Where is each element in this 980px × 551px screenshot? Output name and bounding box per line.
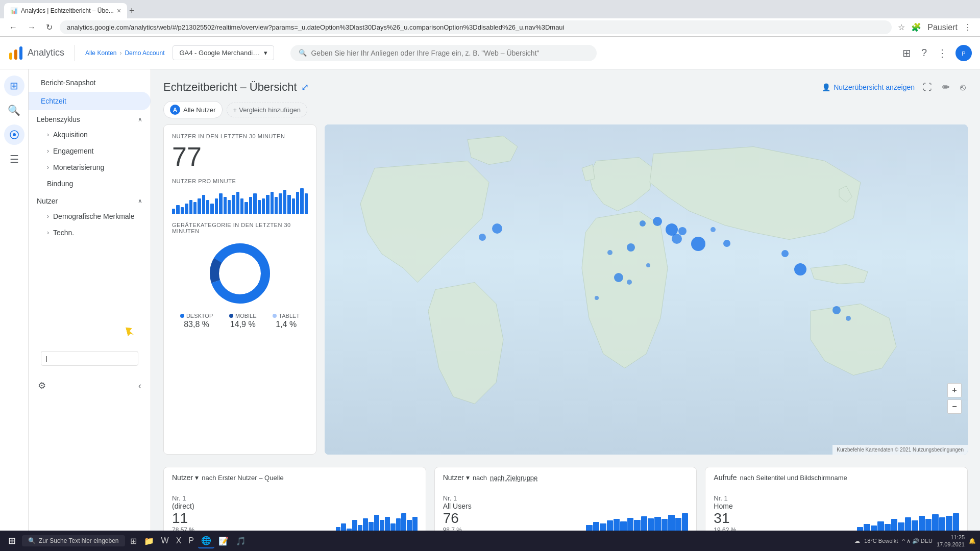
nav-akquisition[interactable]: › Akquisition xyxy=(29,127,151,143)
card1-rank-source: Nr. 1 (direct) 11 78,57 % xyxy=(172,494,194,534)
more-button[interactable]: ⋮ xyxy=(962,20,974,34)
search-input-wrap[interactable]: 🔍 xyxy=(290,45,597,61)
nav-bericht-snapshot[interactable]: Bericht-Snapshot xyxy=(29,73,151,92)
bottom-card-2-header[interactable]: Nutzer ▾ nach nach Zielgruppe xyxy=(435,467,697,488)
nav-sidebar: Bericht-Snapshot Echtzeit Lebenszyklus ∧… xyxy=(29,69,151,551)
edit-button[interactable]: ✏ xyxy=(940,80,952,95)
new-tab-button[interactable]: + xyxy=(127,4,137,18)
forward-button[interactable]: → xyxy=(24,21,39,34)
more-options-button[interactable]: ⋮ xyxy=(935,45,949,61)
url-input[interactable] xyxy=(60,20,892,34)
taskbar-word[interactable]: W xyxy=(158,534,172,548)
taskbar-powerpoint[interactable]: P xyxy=(185,534,197,548)
tab-bar: 📊 Analytics | Echtzeitbericht – Übe... ×… xyxy=(4,0,137,18)
search-icon: 🔍 xyxy=(299,49,307,57)
taskbar-time-date[interactable]: 11:25 17.09.2021 xyxy=(937,534,965,548)
map-dot xyxy=(691,237,705,251)
bar xyxy=(283,190,286,214)
profile-icon: P xyxy=(958,47,969,59)
profile-avatar[interactable]: P xyxy=(955,45,972,61)
search-input[interactable] xyxy=(311,49,589,57)
user-overview-button[interactable]: 👤 Nutzerübersicht anzeigen xyxy=(822,83,915,91)
tab-close-button[interactable]: × xyxy=(117,7,121,15)
techn-chevron: › xyxy=(47,229,49,236)
start-button[interactable]: ⊞ xyxy=(4,533,20,548)
nav-nutzer-header[interactable]: Nutzer ∧ xyxy=(29,192,151,208)
nav-techn[interactable]: › Techn. xyxy=(29,224,151,241)
tablet-value: 1,4 % xyxy=(276,320,297,329)
nav-engagement[interactable]: › Engagement xyxy=(29,143,151,159)
bar xyxy=(210,204,213,214)
taskbar-chrome[interactable]: 🌐 xyxy=(198,534,214,548)
bar xyxy=(232,195,235,214)
map-dot xyxy=(653,217,662,226)
svg-point-6 xyxy=(13,133,16,136)
bottom-card-3-header[interactable]: Aufrufe nach Seitentitel und Bildschirmn… xyxy=(705,467,967,488)
card1-metrics: Nr. 1 (direct) 11 78,57 % xyxy=(172,494,418,534)
taskbar-file-explorer[interactable]: 📁 xyxy=(141,534,157,548)
notifications-icon[interactable]: 🔔 xyxy=(969,538,976,544)
nav-echtzeit[interactable]: Echtzeit xyxy=(29,92,151,110)
reload-button[interactable]: ↻ xyxy=(43,20,56,34)
extensions-button[interactable]: 🧩 xyxy=(909,20,923,34)
add-comparison-icon: + xyxy=(233,106,237,114)
bar-chart xyxy=(172,188,308,214)
back-button[interactable]: ← xyxy=(6,21,20,34)
content-title-icon[interactable]: ⤢ xyxy=(301,82,309,93)
zoom-in-button[interactable]: + xyxy=(947,383,962,397)
taskbar-spotify[interactable]: 🎵 xyxy=(233,534,249,548)
breadcrumb-separator: › xyxy=(119,49,121,57)
taskbar-search[interactable]: 🔍 Zur Suche Text hier eingeben xyxy=(22,535,125,546)
tablet-dot xyxy=(273,314,277,318)
nav-monetarisierung[interactable]: › Monetarisierung xyxy=(29,159,151,176)
card1-rank: Nr. 1 xyxy=(172,494,194,502)
active-tab[interactable]: 📊 Analytics | Echtzeitbericht – Übe... × xyxy=(4,3,127,18)
user-overview-icon: 👤 xyxy=(822,83,830,91)
collapse-sidebar-button[interactable]: ‹ xyxy=(135,379,144,393)
zoom-out-button[interactable]: − xyxy=(947,399,962,414)
nav-lebenszyklus-header[interactable]: Lebenszyklus ∧ xyxy=(29,110,151,127)
svg-rect-0 xyxy=(9,53,12,60)
apps-button[interactable]: ⊞ xyxy=(900,45,913,61)
bar xyxy=(287,195,290,214)
nutzer-chevron: ∧ xyxy=(138,197,142,205)
sidebar-icon-reports[interactable]: ☰ xyxy=(4,149,24,169)
users-count: 77 xyxy=(172,143,308,170)
add-comparison-label: Vergleich hinzufügen xyxy=(239,106,301,114)
account-dropdown-icon: ▾ xyxy=(264,49,267,57)
map-dot xyxy=(672,234,682,244)
sidebar-icon-search[interactable]: 🔍 xyxy=(4,100,24,120)
svg-rect-1 xyxy=(14,49,17,60)
svg-point-9 xyxy=(214,248,265,299)
profile-button[interactable]: Pausiert xyxy=(925,21,960,34)
sidebar-icon-home[interactable]: ⊞ xyxy=(4,76,24,96)
icon-sidebar: ⊞ 🔍 ☰ xyxy=(0,69,29,551)
donut-chart xyxy=(172,240,308,307)
account-selector[interactable]: GA4 - Google Merchandise ... ▾ xyxy=(173,45,274,60)
share-button[interactable]: ⎋ xyxy=(958,80,968,95)
taskbar-excel[interactable]: X xyxy=(173,534,185,548)
card2-subtitle-pre: nach xyxy=(473,474,487,482)
card2-dropdown-icon: ▾ xyxy=(466,473,470,482)
card1-source: (direct) xyxy=(172,502,194,510)
all-users-chip[interactable]: A Alle Nutzer xyxy=(163,101,223,118)
breadcrumb-account[interactable]: Demo Account xyxy=(125,49,164,57)
browser-actions: ☆ 🧩 Pausiert ⋮ xyxy=(896,20,974,34)
nav-demografische[interactable]: › Demografische Merkmale xyxy=(29,208,151,224)
realtime-icon xyxy=(9,130,19,140)
sidebar-text-input[interactable] xyxy=(41,351,138,366)
sidebar-icon-realtime[interactable] xyxy=(4,124,24,145)
add-comparison-button[interactable]: + Vergleich hinzufügen xyxy=(227,103,307,117)
settings-button[interactable]: ⚙ xyxy=(35,378,49,393)
bar xyxy=(249,197,252,214)
content-header-actions: 👤 Nutzerübersicht anzeigen ⛶ ✏ ⎋ xyxy=(822,80,968,95)
bottom-card-1-header[interactable]: Nutzer ▾ nach Erster Nutzer – Quelle xyxy=(164,467,426,488)
breadcrumb-all[interactable]: Alle Konten xyxy=(85,49,116,57)
help-button[interactable]: ? xyxy=(919,45,929,61)
taskbar-task-view[interactable]: ⊞ xyxy=(127,534,140,548)
bookmark-button[interactable]: ☆ xyxy=(896,20,907,34)
fullscreen-button[interactable]: ⛶ xyxy=(921,80,934,95)
taskbar-vscode[interactable]: 📝 xyxy=(215,534,232,548)
lebenszyklus-label: Lebenszyklus xyxy=(37,115,80,123)
nav-bindung[interactable]: Bindung xyxy=(29,176,151,192)
